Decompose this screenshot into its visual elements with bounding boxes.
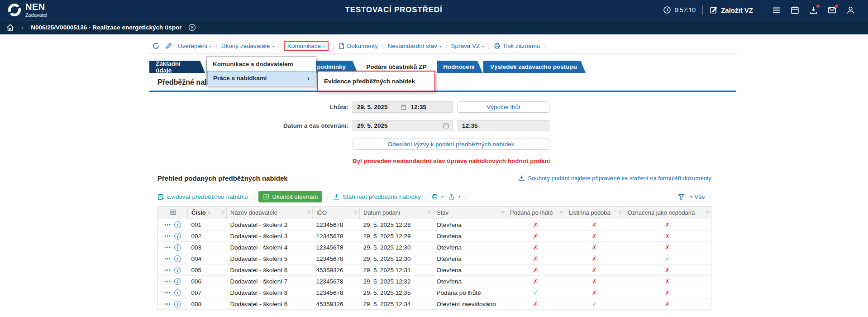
tab-vysledek[interactable]: Výsledek zadávacího postupu — [483, 61, 586, 73]
filter-caret-icon[interactable]: ▽ — [307, 211, 310, 215]
stahnout-nabidky-button[interactable]: Stáhnout předběžné nabídky — [333, 193, 421, 200]
user-profile-button[interactable] — [846, 6, 855, 14]
calendar-picker-icon[interactable] — [443, 123, 449, 129]
print-table-button[interactable]: ▾ — [431, 193, 444, 200]
row-menu-icon[interactable]: ••• — [164, 256, 171, 261]
cell-datum-podani: 29. 5. 2025 12:28 — [360, 219, 433, 231]
evidovat-nabidku-button[interactable]: Evidovat předběžnou nabídku — [157, 193, 248, 200]
menu-dokumenty[interactable]: Dokumenty — [339, 43, 378, 49]
filter-funnel-icon[interactable] — [678, 193, 685, 200]
vse-label: Vše — [694, 193, 705, 200]
filter-caret-icon[interactable]: ▽ — [501, 211, 504, 215]
grid-icon — [170, 209, 176, 215]
table-row[interactable]: •••i002Dodavatel - školení 31234567829. … — [158, 231, 711, 242]
menu-komunikace[interactable]: Komunikace ▾ — [287, 43, 325, 49]
header-listinna-podoba[interactable]: Listinná podoba▽ — [565, 207, 624, 219]
history-refresh-icon[interactable] — [152, 42, 160, 50]
toolbar-separator: | — [709, 193, 711, 200]
row-menu-icon[interactable]: ••• — [164, 268, 171, 273]
header-nazev-dodavatele[interactable]: Název dodavatele▽ — [227, 207, 313, 219]
otevirani-date-field[interactable]: 29. 5. 2025 — [353, 120, 453, 131]
filter-caret-icon[interactable]: ▽ — [560, 211, 563, 215]
nen-home-link[interactable]: NEN Zadavatel — [8, 2, 47, 18]
menu-item-evidence-predbeznych-nabidek[interactable]: Evidence předběžných nabídek — [318, 72, 434, 91]
row-menu-icon[interactable]: ••• — [164, 302, 171, 307]
menu-nestandardni-stav[interactable]: Nestandardní stav ▾ — [387, 43, 441, 49]
row-menu-icon[interactable]: ••• — [164, 245, 171, 250]
row-info-icon[interactable]: i — [174, 255, 181, 262]
lhuta-datetime-field[interactable]: 29. 5. 2025 12:35 — [353, 101, 453, 113]
row-actions-cell: •••i — [158, 253, 188, 264]
table-row[interactable]: •••i004Dodavatel - školení 51234567829. … — [158, 253, 711, 264]
tab-hodnoceni[interactable]: Hodnocení — [437, 61, 482, 73]
row-menu-icon[interactable]: ••• — [164, 290, 171, 295]
files-download-link[interactable]: Soubory podání najdete připravené ke sta… — [518, 175, 711, 182]
clock-icon — [663, 6, 671, 14]
home-button[interactable] — [6, 24, 14, 31]
menu-item-prace-s-nabidkami[interactable]: Práce s nabídkami › — [207, 71, 315, 85]
row-info-icon[interactable]: i — [174, 301, 181, 307]
row-menu-icon[interactable]: ••• — [164, 234, 171, 239]
vypocet-lhut-button[interactable]: Výpočet lhůt — [458, 101, 549, 113]
row-info-icon[interactable]: i — [174, 233, 181, 240]
row-info-icon[interactable]: i — [174, 278, 181, 285]
cell-stav: Otevřena — [433, 242, 506, 253]
odeslani-vyzvy-button[interactable]: Odeslání výzvy k podání předběžných nabí… — [353, 139, 549, 150]
menu-tisk-zaznamu[interactable]: Tisk záznamu — [494, 43, 540, 49]
menu-sprava-vz[interactable]: Správa VZ ▾ — [451, 43, 484, 49]
row-menu-icon[interactable]: ••• — [164, 222, 171, 227]
filter-caret-icon[interactable]: ▽ — [354, 211, 358, 215]
filter-caret-icon[interactable]: ▽ — [706, 211, 709, 215]
header-podana-po-lhute[interactable]: Podaná po lhůtě▽ — [506, 207, 565, 219]
table-row[interactable]: •••i007Dodavatel - školení 81234567829. … — [158, 287, 711, 298]
files-link-label: Soubory podání najdete připravené ke sta… — [528, 175, 711, 182]
edit-record-icon[interactable] — [165, 42, 172, 49]
otevirani-time-field[interactable]: 12:35 — [458, 120, 549, 131]
calendar-picker-icon[interactable] — [401, 104, 406, 110]
header-stav[interactable]: Stav▽ — [433, 207, 506, 219]
zalozit-vz-button[interactable]: Založit VZ — [710, 6, 753, 14]
table-row[interactable]: •••i005Dodavatel - školení 64535932629. … — [158, 264, 711, 276]
calendar-button[interactable] — [791, 6, 799, 14]
tab-zakladni-udaje[interactable]: Základní údaje — [149, 61, 205, 73]
filter-caret-icon[interactable]: ▽ — [221, 211, 224, 215]
header-datum-podani[interactable]: Datum podání▽ — [360, 207, 433, 219]
table-row[interactable]: •••i003Dodavatel - školení 41234567829. … — [158, 242, 711, 253]
table-row[interactable]: •••i006Dodavatel - školení 71234567829. … — [158, 276, 711, 287]
section-underline — [149, 91, 736, 92]
header-cislo[interactable]: Číslo↑▽ — [188, 207, 227, 219]
topbar-controls: 9:57:10 Založit VZ — [663, 5, 860, 15]
messages-button[interactable] — [828, 6, 836, 14]
export-table-button[interactable]: ▾ — [448, 193, 460, 200]
table-row[interactable]: •••i001Dodavatel - školení 21234567829. … — [158, 219, 711, 231]
cross-icon-cell: ✗ — [565, 287, 624, 298]
main-menu-button[interactable] — [772, 6, 781, 14]
close-record-button[interactable] — [188, 24, 196, 31]
menu-separator: | — [445, 43, 447, 49]
row-info-icon[interactable]: i — [174, 267, 181, 274]
ukoncit-label: Ukončit otevírání — [272, 193, 318, 200]
filter-caret-icon[interactable]: ▽ — [619, 211, 622, 215]
menu-ukony-zadavatele[interactable]: Úkony zadavatele ▾ — [221, 43, 274, 49]
filter-vse-dropdown[interactable]: ▾ Vše — [689, 193, 705, 200]
header-ico[interactable]: IČO▽ — [313, 207, 360, 219]
tab-label: Výsledek zadávacího postupu — [490, 63, 577, 70]
cross-icon-cell: ✗ — [624, 231, 711, 242]
row-menu-icon[interactable]: ••• — [164, 279, 171, 284]
row-info-icon[interactable]: i — [174, 221, 181, 228]
cell-nazev-dodavatele: Dodavatel - školení 5 — [227, 253, 313, 264]
row-actions-cell: •••i — [158, 219, 188, 231]
row-info-icon[interactable]: i — [174, 289, 181, 296]
cell-datum-podani: 29. 5. 2025 12:34 — [360, 298, 433, 310]
downloads-button[interactable] — [809, 6, 818, 14]
row-info-icon[interactable]: i — [174, 244, 181, 251]
breadcrumb-record[interactable]: N006/25/V00005136 - Realizace energetick… — [31, 24, 181, 31]
menu-uverejneni[interactable]: Uveřejnění ▾ — [178, 43, 211, 49]
table-row[interactable]: •••i008Dodavatel - školení 64535932629. … — [158, 298, 711, 310]
menu-item-komunikace-s-dodavatelem[interactable]: Komunikace s dodavatelem — [207, 57, 315, 71]
header-oznacena-jako-nepodana[interactable]: Označena jako nepodaná▽ — [624, 207, 711, 219]
ukoncit-otevirani-button[interactable]: Ukončit otevírání — [258, 191, 322, 202]
cross-icon-cell: ✗ — [565, 219, 624, 231]
breadcrumb-chevron-icon: › — [21, 24, 24, 32]
filter-caret-icon[interactable]: ▽ — [428, 211, 431, 215]
